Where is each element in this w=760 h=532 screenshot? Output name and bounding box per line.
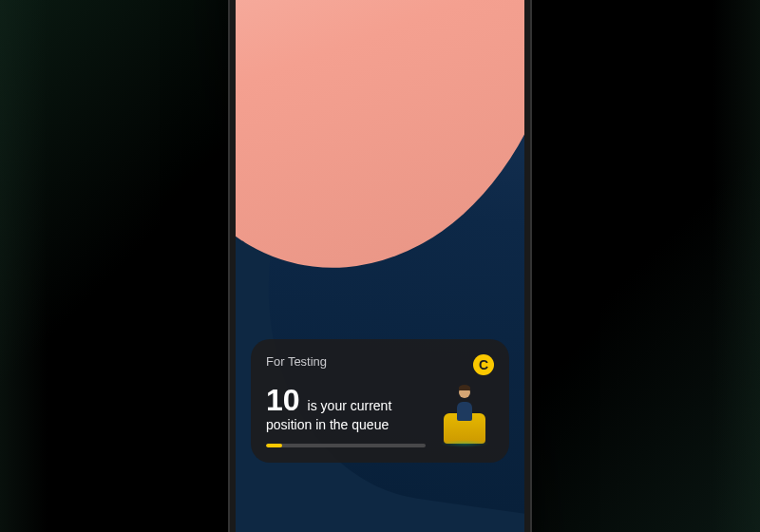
- phone-frame: For Testing C 10 is your current positio…: [228, 0, 532, 532]
- app-badge-icon: C: [473, 354, 494, 375]
- queue-status-text-2: position in the queue: [266, 417, 426, 432]
- phone-screen: For Testing C 10 is your current positio…: [236, 0, 524, 532]
- app-badge-glyph: C: [479, 357, 488, 372]
- card-title: For Testing: [266, 354, 327, 369]
- person-head: [459, 387, 470, 398]
- queue-status-text-1: is your current: [308, 398, 392, 413]
- card-header: For Testing C: [266, 354, 494, 375]
- person-body: [457, 402, 472, 421]
- person-icon: [453, 387, 476, 421]
- waiting-person-illustration: [435, 385, 494, 444]
- queue-position-number: 10: [266, 385, 300, 415]
- queue-info: 10 is your current position in the queue: [266, 385, 426, 447]
- card-body: 10 is your current position in the queue: [266, 385, 494, 447]
- progress-bar: [266, 444, 426, 447]
- live-activity-card[interactable]: For Testing C 10 is your current positio…: [251, 339, 509, 463]
- progress-fill: [266, 444, 282, 447]
- queue-row: 10 is your current: [266, 385, 426, 415]
